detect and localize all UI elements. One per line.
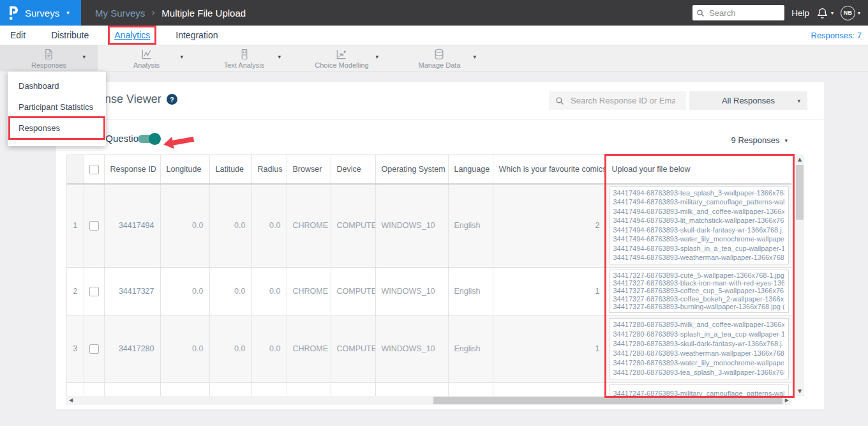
row-index: 1	[67, 184, 84, 267]
column-header-browser[interactable]: Browser	[287, 155, 331, 184]
analytics-toolbar: Responses▾Analysis▾Text Analysis▾Choice …	[0, 45, 868, 72]
scroll-right-arrow[interactable]: ▶	[785, 397, 789, 403]
menu-item-dashboard[interactable]: Dashboard	[8, 75, 106, 96]
menu-item-label: Participant Statistics	[19, 102, 93, 112]
response-id-cell: 34417280	[104, 316, 160, 382]
file-link[interactable]: 34417494-68763893-splash_in_a_tea_cup-wa…	[613, 245, 784, 253]
global-search-input[interactable]	[708, 8, 779, 19]
vertical-scrollbar[interactable]: ▲ ▼	[795, 155, 804, 396]
select-all-checkbox[interactable]	[89, 165, 99, 174]
column-header-upload[interactable]: Upload your file below	[606, 155, 791, 184]
column-header-index	[67, 155, 84, 184]
breadcrumb-item-my-surveys[interactable]: My Surveys	[95, 8, 145, 19]
responses-dropdown-menu: DashboardParticipant StatisticsResponses	[8, 72, 106, 146]
file-list: 34417247-68763893-military_camouflage_pa…	[609, 384, 789, 397]
device-cell	[331, 382, 375, 396]
longitude-cell: 0.0	[160, 267, 209, 316]
surveys-menu[interactable]: Surveys ▾	[0, 0, 81, 26]
help-link[interactable]: Help	[791, 8, 809, 18]
device-cell: COMPUTER	[331, 184, 375, 267]
toggle-knob	[149, 133, 161, 145]
file-link[interactable]: 34417280-68763893-milk_and_coffee-wallpa…	[613, 321, 784, 329]
longitude-cell: 0.0	[160, 184, 209, 267]
column-header-device[interactable]: Device	[331, 155, 375, 184]
row-index: 2	[67, 267, 84, 316]
menu-item-responses[interactable]: Responses	[8, 118, 106, 139]
horizontal-scrollbar[interactable]: ◀ ▶	[66, 396, 791, 405]
toolbar-item-label: Analysis	[133, 61, 160, 69]
language-cell: English	[448, 267, 493, 316]
scrollbar-thumb[interactable]	[433, 397, 782, 404]
file-link[interactable]: 34417280-68763893-splash_in_a_tea_cup-wa…	[613, 330, 784, 339]
toolbar-item-responses[interactable]: Responses▾	[0, 45, 98, 71]
column-header-language[interactable]: Language	[448, 155, 493, 184]
device-cell: COMPUTER	[331, 267, 375, 316]
file-link[interactable]: 34417494-68763893-tea_splash_3-wallpaper…	[613, 189, 784, 197]
menu-item-participant-statistics[interactable]: Participant Statistics	[8, 96, 106, 118]
row-checkbox[interactable]	[89, 344, 99, 354]
row-select-cell	[84, 316, 104, 382]
responses-filter-dropdown[interactable]: All Responses ▾	[689, 91, 807, 110]
file-link[interactable]: 34417327-68763893-cute_5-wallpaper-1366x…	[613, 271, 784, 279]
response-id-link[interactable]: 34417327	[119, 287, 154, 296]
caret-down-icon: ▾	[473, 54, 476, 60]
file-link[interactable]: 34417494-68763893-weatherman-wallpaper-1…	[613, 254, 784, 262]
device-cell: COMPUTER	[331, 316, 375, 382]
file-link[interactable]: 34417280-68763893-weatherman-wallpaper-1…	[613, 349, 784, 358]
display-questions-toggle[interactable]	[138, 135, 160, 143]
file-link[interactable]: 34417494-68763893-milk_and_coffee-wallpa…	[613, 208, 784, 216]
toolbar-item-manage-data[interactable]: Manage Data▾	[391, 45, 488, 71]
comics-answer-cell: 1	[493, 316, 606, 382]
toolbar-item-label: Manage Data	[418, 61, 460, 69]
toolbar-item-text-analysis[interactable]: Text Analysis▾	[195, 45, 293, 71]
nav-tab-edit[interactable]: Edit	[10, 30, 26, 40]
response-id-link[interactable]: 34417280	[119, 344, 154, 353]
file-link[interactable]: 34417494-68763893-water_lily_monochrome-…	[613, 235, 784, 243]
column-header-radius[interactable]: Radius	[251, 155, 287, 184]
column-header-response-id[interactable]: Response ID▲	[104, 155, 160, 184]
row-checkbox[interactable]	[89, 221, 99, 231]
row-checkbox[interactable]	[89, 287, 99, 296]
column-header-os[interactable]: Operating System	[375, 155, 448, 184]
column-header-comics[interactable]: Which is your favourite comics?	[493, 155, 606, 184]
nav-tab-distribute[interactable]: Distribute	[51, 30, 89, 40]
toolbar-item-analysis[interactable]: Analysis▾	[98, 45, 195, 71]
responses-table: Response ID▲ Longitude Latitude Radius B…	[66, 155, 791, 396]
file-link[interactable]: 34417494-68763893-lit_matchstick-wallpap…	[613, 217, 784, 225]
nav-tab-analytics[interactable]: Analytics	[114, 30, 150, 40]
document-icon	[42, 48, 55, 61]
file-link[interactable]: 34417494-68763893-military_camouflage_pa…	[613, 198, 784, 206]
notifications-button[interactable]: ▾	[816, 7, 834, 19]
nav-tab-label: Integration	[176, 30, 218, 40]
longitude-cell: 0.0	[160, 316, 209, 382]
file-link[interactable]: 34417280-68763893-water_lily_monochrome-…	[613, 359, 784, 367]
scrollbar-thumb[interactable]	[796, 165, 804, 220]
table-row: 2344173270.00.00.0CHROMECOMPUTERWINDOWS_…	[67, 267, 791, 316]
file-link[interactable]: 34417327-68763893-coffee_bokeh_2-wallpap…	[613, 295, 784, 303]
help-icon[interactable]: ?	[167, 94, 177, 105]
divider	[56, 119, 824, 119]
column-header-longitude[interactable]: Longitude	[160, 155, 209, 184]
bell-icon	[816, 7, 828, 19]
latitude-cell: 0.0	[209, 184, 251, 267]
response-search-input[interactable]	[569, 95, 677, 106]
row-index	[67, 382, 84, 396]
scroll-up-arrow[interactable]: ▲	[795, 156, 804, 162]
nav-tab-integration[interactable]: Integration	[176, 30, 218, 40]
column-header-latitude[interactable]: Latitude	[209, 155, 251, 184]
toolbar-item-choice-modelling[interactable]: Choice Modelling▾	[293, 45, 391, 71]
file-link[interactable]: 34417247-68763893-military_camouflage_pa…	[613, 390, 784, 397]
file-link[interactable]: 34417494-68763893-skull-dark-fantasy-wr-…	[613, 226, 784, 234]
responses-count-dropdown[interactable]: 9 Responses ▾	[731, 135, 788, 145]
file-link[interactable]: 34417327-68763893-black-iron-man-with-re…	[613, 279, 784, 287]
file-link[interactable]: 34417327-68763893-coffee_cup_5-wallpaper…	[613, 287, 784, 294]
response-id-link[interactable]: 34417494	[119, 221, 154, 230]
account-menu[interactable]: NB ▾	[841, 6, 860, 20]
chevron-down-icon: ▾	[66, 10, 70, 16]
scroll-left-arrow[interactable]: ◀	[69, 397, 73, 403]
file-link[interactable]: 34417327-68763893-burning-wallpaper-1366…	[613, 303, 784, 310]
chevron-down-icon: ▾	[797, 98, 800, 104]
file-link[interactable]: 34417280-68763893-skull-dark-fantasy-wr-…	[613, 340, 784, 348]
file-link[interactable]: 34417280-68763893-tea_splash_3-wallpaper…	[613, 369, 784, 377]
scroll-down-arrow[interactable]: ▼	[795, 388, 804, 394]
